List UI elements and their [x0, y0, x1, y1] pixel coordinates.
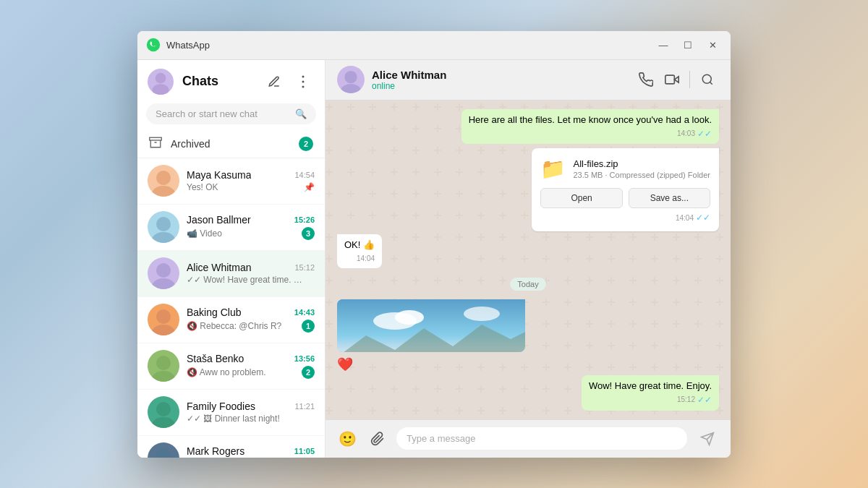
- message-input[interactable]: [396, 427, 687, 450]
- save-file-button[interactable]: Save as...: [629, 188, 710, 208]
- chat-item-family[interactable]: Family Foodies 11:21 ✓✓ 🖼 Dinner last ni…: [137, 390, 325, 436]
- svg-point-20: [156, 448, 171, 458]
- chat-header-actions: [634, 68, 719, 91]
- window-controls: — ☐ ✕: [654, 35, 722, 54]
- sidebar-header: Chats: [137, 60, 325, 100]
- chat-time-baking: 14:43: [294, 308, 315, 317]
- chat-time-stasa: 13:56: [294, 354, 315, 363]
- chat-item-maya[interactable]: Maya Kasuma 14:54 Yes! OK 📌: [137, 158, 325, 205]
- video-call-button[interactable]: [660, 68, 684, 91]
- chat-item-mark[interactable]: Mark Rogers 11:05 🔇 Nope. I can't go unf…: [137, 436, 325, 458]
- svg-point-35: [464, 307, 500, 321]
- svg-point-34: [395, 310, 424, 325]
- chat-contact-name: Alice Whitman: [372, 69, 634, 81]
- chat-name-maya: Maya Kasuma: [187, 169, 251, 181]
- chat-item-baking[interactable]: Baking Club 14:43 🔇 Rebecca: @Chris R? 1: [137, 297, 325, 343]
- chat-header-avatar[interactable]: [337, 66, 365, 93]
- voice-call-button[interactable]: [634, 68, 658, 91]
- svg-point-26: [344, 71, 357, 83]
- msg-ticks-2: ✓✓: [697, 394, 712, 406]
- svg-point-30: [702, 74, 711, 83]
- messages-area: Here are all the files. Let me know once…: [326, 100, 731, 419]
- msg-ticks-file: ✓✓: [696, 213, 710, 223]
- open-file-button[interactable]: Open: [540, 188, 622, 208]
- file-bubble: 📁 All-files.zip 23.5 MB · Compressed (zi…: [532, 148, 719, 231]
- chat-list: Maya Kasuma 14:54 Yes! OK 📌: [137, 158, 325, 458]
- message-sent-1: Here are all the files. Let me know once…: [461, 109, 719, 145]
- chat-info-maya: Maya Kasuma 14:54 Yes! OK 📌: [187, 169, 315, 192]
- chat-info-jason: Jason Ballmer 15:26 📹 Video 3: [187, 214, 315, 240]
- chat-preview-baking: 🔇 Rebecca: @Chris R?: [187, 321, 281, 331]
- send-button[interactable]: [694, 426, 720, 452]
- chat-area: Alice Whitman online: [326, 60, 731, 458]
- app-title: WhatsApp: [166, 40, 654, 51]
- message-text-2: Wow! Have great time. Enjoy.: [589, 380, 712, 391]
- chat-time-maya: 14:54: [294, 171, 315, 179]
- image-bubble: So beautiful here! 15:06: [337, 299, 525, 352]
- pin-icon-maya: 📌: [304, 182, 315, 192]
- svg-point-15: [152, 325, 175, 335]
- svg-point-27: [341, 84, 361, 93]
- chat-name-stasa: Staša Benko: [187, 353, 244, 364]
- attach-button[interactable]: [366, 427, 389, 450]
- chat-badge-stasa: 2: [302, 366, 315, 379]
- chat-info-baking: Baking Club 14:43 🔇 Rebecca: @Chris R? 1: [187, 307, 315, 333]
- minimize-button[interactable]: —: [654, 35, 673, 54]
- avatar-baking: [148, 304, 179, 335]
- chat-name-alice: Alice Whitman: [187, 262, 251, 273]
- svg-rect-29: [665, 75, 675, 84]
- chat-info-family: Family Foodies 11:21 ✓✓ 🖼 Dinner last ni…: [187, 401, 315, 424]
- app-window: WhatsApp — ☐ ✕ Chats: [137, 31, 731, 458]
- chat-contact-status: online: [372, 81, 634, 91]
- message-text-ok: OK! 👍: [344, 239, 375, 250]
- archived-count: 2: [299, 137, 313, 151]
- chat-item-jason[interactable]: Jason Ballmer 15:26 📹 Video 3: [137, 205, 325, 251]
- file-icon: 📁: [540, 157, 566, 181]
- menu-button[interactable]: [292, 70, 315, 93]
- search-icon: 🔍: [295, 108, 307, 119]
- search-bar[interactable]: 🔍: [146, 103, 316, 124]
- archived-label: Archived: [171, 138, 299, 150]
- user-avatar[interactable]: [148, 69, 174, 95]
- chat-item-alice[interactable]: Alice Whitman 15:12 ✓✓ Wow! Have great t…: [137, 251, 325, 297]
- chat-badge-baking: 1: [302, 320, 315, 333]
- date-label: Today: [510, 278, 545, 291]
- message-received-1: OK! 👍 14:04: [337, 234, 382, 267]
- message-sent-2: Wow! Have great time. Enjoy. 15:12 ✓✓: [582, 375, 719, 411]
- chat-name-jason: Jason Ballmer: [187, 214, 251, 226]
- svg-point-16: [156, 356, 171, 370]
- title-bar: WhatsApp — ☐ ✕: [137, 31, 731, 60]
- msg-ticks-1: ✓✓: [697, 128, 712, 140]
- svg-rect-6: [150, 137, 162, 140]
- svg-point-3: [302, 75, 305, 77]
- close-button[interactable]: ✕: [703, 35, 722, 54]
- svg-point-5: [302, 85, 305, 87]
- chat-preview-family: ✓✓ 🖼 Dinner last night!: [187, 414, 280, 424]
- archived-row[interactable]: Archived 2: [137, 130, 325, 158]
- svg-marker-28: [674, 77, 678, 82]
- chat-badge-jason: 3: [302, 227, 315, 240]
- message-reaction: ❤️: [337, 356, 353, 372]
- svg-point-1: [156, 72, 166, 83]
- svg-line-31: [710, 82, 712, 84]
- header-divider: [689, 71, 690, 88]
- sidebar-title: Chats: [182, 74, 263, 89]
- search-chat-button[interactable]: [696, 68, 719, 91]
- chat-name-family: Family Foodies: [187, 401, 255, 412]
- file-name: All-files.zip: [573, 158, 710, 169]
- avatar-alice: [148, 257, 179, 289]
- app-logo: [146, 38, 161, 52]
- emoji-button[interactable]: 🙂: [336, 427, 359, 450]
- svg-point-4: [302, 80, 305, 82]
- file-info: 📁 All-files.zip 23.5 MB · Compressed (zi…: [540, 157, 710, 181]
- maximize-button[interactable]: ☐: [678, 35, 697, 54]
- svg-point-11: [152, 232, 175, 243]
- sidebar: Chats 🔍 Archived 2: [137, 60, 326, 458]
- new-chat-button[interactable]: [263, 70, 286, 93]
- chat-item-stasa[interactable]: Staša Benko 13:56 🔇 Aww no problem. 2: [137, 343, 325, 390]
- svg-point-18: [156, 402, 171, 416]
- svg-point-9: [152, 186, 175, 197]
- search-input[interactable]: [156, 108, 295, 119]
- landscape-scene: [337, 299, 525, 352]
- svg-point-8: [156, 171, 171, 185]
